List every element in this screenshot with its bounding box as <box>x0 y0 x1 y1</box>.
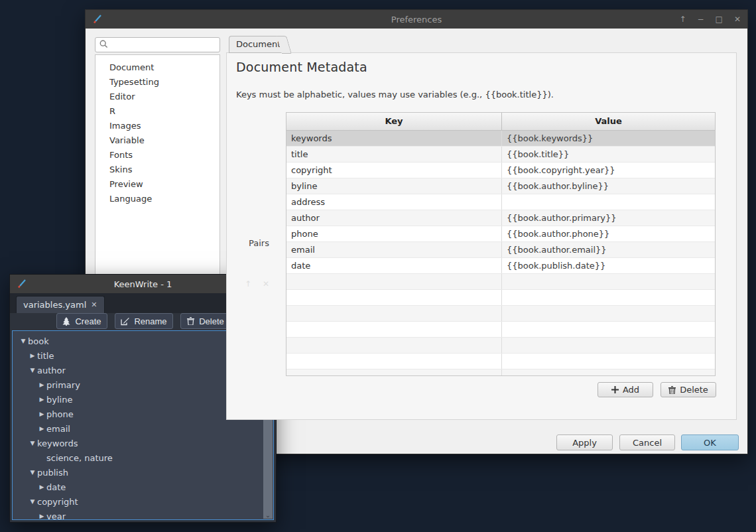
chevron-down-icon[interactable]: ▼ <box>28 440 37 446</box>
cell-key[interactable]: date <box>286 258 502 273</box>
cell-value[interactable] <box>502 322 715 337</box>
chevron-down-icon[interactable]: ▼ <box>28 469 37 476</box>
chevron-right-icon[interactable]: ▶ <box>37 411 46 417</box>
table-row[interactable]: title{{book.title}} <box>286 147 715 163</box>
cell-key[interactable] <box>286 322 502 337</box>
cell-key[interactable]: email <box>286 242 502 257</box>
cell-key[interactable] <box>286 369 502 376</box>
table-row-empty[interactable] <box>286 338 715 354</box>
cell-key[interactable]: byline <box>286 178 502 194</box>
sidebar-item-images[interactable]: Images <box>95 119 220 133</box>
tree-item-email[interactable]: ▶email <box>13 421 273 436</box>
table-row[interactable]: email{{book.author.email}} <box>286 242 715 258</box>
cell-value[interactable] <box>502 354 715 369</box>
cell-value[interactable] <box>502 369 715 376</box>
sidebar-item-language[interactable]: Language <box>95 192 220 206</box>
table-row[interactable]: byline{{book.author.byline}} <box>286 178 715 194</box>
table-row-empty[interactable] <box>286 354 715 369</box>
cell-key[interactable]: phone <box>286 226 502 241</box>
table-row-empty[interactable] <box>286 274 715 290</box>
chevron-down-icon[interactable]: ▼ <box>28 498 37 505</box>
sidebar-item-skins[interactable]: Skins <box>95 163 220 177</box>
sidebar-item-document[interactable]: Document <box>95 60 220 75</box>
column-header-value[interactable]: Value <box>502 113 715 130</box>
table-row[interactable]: date{{book.publish.date}} <box>286 258 715 274</box>
tree-item-copyright[interactable]: ▼copyright <box>13 494 273 509</box>
cell-key[interactable]: copyright <box>286 163 502 178</box>
close-icon[interactable]: ✕ <box>263 280 269 288</box>
sidebar-item-preview[interactable]: Preview <box>95 177 220 192</box>
tab-document[interactable]: Document <box>229 36 283 53</box>
sidebar-item-fonts[interactable]: Fonts <box>95 148 220 163</box>
delete-button[interactable]: Delete <box>661 382 716 397</box>
cell-key[interactable] <box>286 338 502 353</box>
cell-key[interactable] <box>286 274 502 289</box>
cell-value[interactable] <box>502 338 715 353</box>
table-row-empty[interactable] <box>286 369 715 376</box>
chevron-right-icon[interactable]: ▶ <box>37 381 46 388</box>
cell-value[interactable]: {{book.author.primary}} <box>502 210 715 226</box>
cell-value[interactable]: {{book.publish.date}} <box>502 258 715 273</box>
table-row[interactable]: keywords{{book.keywords}} <box>286 131 715 147</box>
column-header-key[interactable]: Key <box>286 113 502 130</box>
maximize-icon[interactable]: □ <box>716 15 723 23</box>
chevron-down-icon[interactable]: ▼ <box>28 367 37 373</box>
apply-button[interactable]: Apply <box>556 434 613 450</box>
sidebar-item-variable[interactable]: Variable <box>95 133 220 148</box>
cell-value[interactable]: {{book.keywords}} <box>502 131 715 146</box>
cell-key[interactable]: address <box>286 194 502 210</box>
table-row[interactable]: address <box>286 194 715 210</box>
tree-item-year[interactable]: ▶year <box>13 509 273 520</box>
table-row-empty[interactable] <box>286 290 715 306</box>
cell-value[interactable] <box>502 290 715 305</box>
minimize-icon[interactable]: − <box>698 15 704 23</box>
sidebar-item-editor[interactable]: Editor <box>95 90 220 104</box>
table-row-empty[interactable] <box>286 322 715 338</box>
chevron-right-icon[interactable]: ▶ <box>37 425 46 432</box>
tree-item-science-nature[interactable]: science, nature <box>13 450 273 465</box>
cell-key[interactable]: keywords <box>286 131 502 146</box>
add-button[interactable]: Add <box>598 382 653 397</box>
preferences-titlebar[interactable]: Preferences ↑ − □ ✕ <box>86 10 747 29</box>
cell-key[interactable]: title <box>286 147 502 162</box>
metadata-table[interactable]: Key Value keywords{{book.keywords}}title… <box>286 112 716 376</box>
cell-key[interactable] <box>286 290 502 305</box>
sidebar-item-typesetting[interactable]: Typesetting <box>95 75 220 90</box>
cell-key[interactable] <box>286 306 502 321</box>
create-button[interactable]: Create <box>56 313 107 329</box>
rename-button[interactable]: Rename <box>115 313 173 329</box>
cell-key[interactable]: author <box>286 210 502 226</box>
delete-button[interactable]: Delete <box>180 313 231 329</box>
cell-value[interactable] <box>502 274 715 289</box>
tab-variables-yaml[interactable]: variables.yaml ✕ <box>16 296 105 313</box>
chevron-right-icon[interactable]: ▶ <box>37 484 46 490</box>
sidebar-item-r[interactable]: R <box>95 104 220 119</box>
chevron-right-icon[interactable]: ▶ <box>37 513 46 519</box>
scroll-down-icon[interactable]: ⌄ <box>263 512 273 519</box>
close-icon[interactable]: ✕ <box>734 15 741 23</box>
cell-value[interactable]: {{book.copyright.year}} <box>502 163 715 178</box>
tab-close-icon[interactable]: ✕ <box>91 300 97 309</box>
tree-item-date[interactable]: ▶date <box>13 480 273 494</box>
tree-item-publish[interactable]: ▼publish <box>13 465 273 480</box>
table-row[interactable]: phone{{book.author.phone}} <box>286 226 715 242</box>
chevron-right-icon[interactable]: ▶ <box>37 396 46 403</box>
search-input[interactable] <box>95 37 220 52</box>
rollup-icon[interactable]: ↑ <box>245 280 251 288</box>
tree-item-keywords[interactable]: ▼keywords <box>13 436 273 450</box>
table-row[interactable]: author{{book.author.primary}} <box>286 210 715 226</box>
table-row-empty[interactable] <box>286 306 715 322</box>
chevron-right-icon[interactable]: ▶ <box>28 352 37 359</box>
table-row[interactable]: copyright{{book.copyright.year}} <box>286 163 715 178</box>
cell-value[interactable]: {{book.title}} <box>502 147 715 162</box>
cell-value[interactable] <box>502 306 715 321</box>
ok-button[interactable]: OK <box>681 434 739 450</box>
cell-value[interactable]: {{book.author.phone}} <box>502 226 715 241</box>
cell-key[interactable] <box>286 354 502 369</box>
cell-value[interactable] <box>502 194 715 210</box>
cancel-button[interactable]: Cancel <box>619 434 675 450</box>
rollup-icon[interactable]: ↑ <box>679 15 686 23</box>
cell-value[interactable]: {{book.author.byline}} <box>502 178 715 194</box>
chevron-down-icon[interactable]: ▼ <box>19 338 28 344</box>
cell-value[interactable]: {{book.author.email}} <box>502 242 715 257</box>
